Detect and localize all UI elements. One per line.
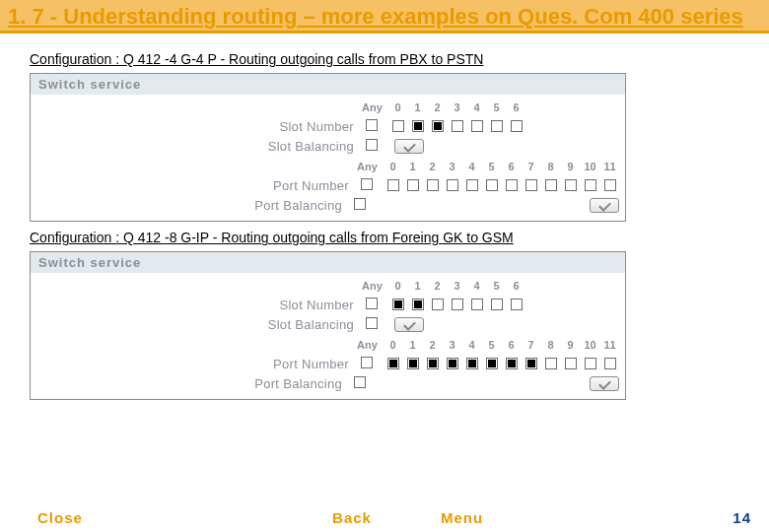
- menu-button[interactable]: Menu: [441, 509, 483, 526]
- p1-port-7-cb[interactable]: [525, 179, 537, 191]
- p1-port-5-cb[interactable]: [486, 179, 498, 191]
- p2-port-any-cb[interactable]: [361, 357, 373, 368]
- p2-port-5-cb[interactable]: [486, 358, 498, 369]
- p2-slotbal-any-cb[interactable]: [366, 317, 378, 329]
- p2-phdr-9: 9: [561, 339, 580, 351]
- panel1-slot-balancing-label: Slot Balancing: [36, 139, 362, 154]
- hdr-0: 0: [388, 101, 407, 113]
- p1-port-balancing-button[interactable]: [590, 198, 619, 213]
- p1-port-11-cb[interactable]: [604, 179, 616, 191]
- p2-hdr-5: 5: [487, 280, 506, 292]
- panel1-slot-number-row: Slot Number: [36, 116, 619, 136]
- p2-portbal-any-cb[interactable]: [354, 376, 366, 388]
- hdr-6: 6: [507, 101, 525, 113]
- p2-slot-balancing-label: Slot Balancing: [36, 317, 362, 332]
- p2-slot-1-cb[interactable]: [412, 299, 424, 310]
- back-button[interactable]: Back: [332, 509, 372, 526]
- p2-port-2-cb[interactable]: [427, 358, 439, 369]
- p2-hdr-3: 3: [448, 280, 466, 292]
- p2-slot-2-cb[interactable]: [432, 299, 444, 310]
- p1-port-0-cb[interactable]: [387, 179, 399, 191]
- p2-port-1-cb[interactable]: [407, 358, 419, 369]
- p2-port-11-cb[interactable]: [604, 358, 616, 369]
- phdr-10: 10: [581, 161, 599, 172]
- p1-port-3-cb[interactable]: [447, 179, 458, 191]
- panel2-slot-balancing-row: Slot Balancing: [36, 314, 619, 334]
- p2-phdr-3: 3: [443, 339, 461, 351]
- p2-port-balancing-button[interactable]: [590, 376, 619, 391]
- p2-port-0-cb[interactable]: [387, 358, 399, 369]
- panel1-port-balancing-cells: [350, 196, 619, 214]
- p1-slot-5-cb[interactable]: [491, 120, 503, 132]
- slide-title: 1. 7 - Understanding routing – more exam…: [8, 4, 761, 29]
- panel1-slot-balancing-cells: [362, 137, 424, 155]
- panel2-slots-header-row: Any 0 1 2 3 4 5 6: [36, 277, 619, 295]
- p2-slot-5-cb[interactable]: [491, 299, 503, 310]
- panel1-port-balancing-label: Port Balancing: [36, 198, 350, 213]
- p1-slot-2-cb[interactable]: [432, 120, 444, 132]
- p1-slot-3-cb[interactable]: [452, 120, 463, 132]
- p1-portbal-any-cb[interactable]: [354, 198, 366, 210]
- p2-port-6-cb[interactable]: [506, 358, 518, 369]
- p1-port-any-cb[interactable]: [361, 178, 373, 190]
- phdr-1: 1: [403, 161, 422, 172]
- p2-port-7-cb[interactable]: [525, 358, 537, 369]
- phdr-0: 0: [384, 161, 402, 172]
- p2-port-3-cb[interactable]: [447, 358, 458, 369]
- p2-phdr-5: 5: [482, 339, 501, 351]
- close-button[interactable]: Close: [37, 509, 83, 526]
- panel1-port-number-row: Port Number: [36, 175, 619, 195]
- panel2-body: Any 0 1 2 3 4 5 6 Slot Number: [31, 273, 625, 399]
- p1-port-4-cb[interactable]: [466, 179, 478, 191]
- slide-title-bar: 1. 7 - Understanding routing – more exam…: [0, 0, 769, 33]
- hdr-3: 3: [448, 101, 466, 113]
- p2-port-10-cb[interactable]: [585, 358, 596, 369]
- p2-phdr-11: 11: [600, 339, 619, 351]
- panel2: Switch service Any 0 1 2 3 4 5 6 Slot Nu…: [30, 251, 626, 400]
- p1-port-9-cb[interactable]: [565, 179, 577, 191]
- phdr-3: 3: [443, 161, 461, 172]
- p2-phdr-2: 2: [423, 339, 442, 351]
- panel1-ports-header-cells: Any 0 1 2 3 4 5 6 7 8 9 10 11: [357, 161, 619, 172]
- config2-caption: Configuration : Q 412 -8 G-IP - Routing …: [30, 230, 739, 245]
- hdr-1: 1: [408, 101, 427, 113]
- p1-slot-0-cb[interactable]: [392, 120, 404, 132]
- p2-slot-balancing-button[interactable]: [394, 317, 424, 332]
- panel2-header: Switch service: [31, 252, 625, 273]
- p1-slot-4-cb[interactable]: [471, 120, 483, 132]
- p2-slot-4-cb[interactable]: [471, 299, 483, 310]
- p2-slot-0-cb[interactable]: [392, 299, 404, 310]
- panel1-slot-balancing-row: Slot Balancing: [36, 136, 619, 156]
- p2-slot-3-cb[interactable]: [452, 299, 463, 310]
- p2-slot-6-cb[interactable]: [511, 299, 523, 310]
- p1-port-10-cb[interactable]: [585, 179, 596, 191]
- panel1: Switch service Any 0 1 2 3 4 5 6 Slot Nu…: [30, 73, 626, 222]
- panel2-port-number-row: Port Number: [36, 354, 619, 373]
- page-number: 14: [733, 509, 751, 526]
- p1-port-6-cb[interactable]: [506, 179, 518, 191]
- hdr-2: 2: [428, 101, 447, 113]
- p2-port-4-cb[interactable]: [466, 358, 478, 369]
- p2-slot-any-cb[interactable]: [366, 298, 378, 309]
- p1-port-8-cb[interactable]: [545, 179, 557, 191]
- p1-slot-6-cb[interactable]: [511, 120, 523, 132]
- panel1-ports-header-row: Any 0 1 2 3 4 5 6 7 8 9 10 11: [36, 158, 619, 175]
- p1-slotbal-any-cb[interactable]: [366, 139, 378, 151]
- p2-port-9-cb[interactable]: [565, 358, 577, 369]
- phdr-5: 5: [482, 161, 501, 172]
- panel2-port-balancing-row: Port Balancing: [36, 373, 619, 393]
- p1-slot-any-cb[interactable]: [366, 119, 378, 131]
- hdr-any: Any: [362, 101, 387, 113]
- panel1-port-number-label: Port Number: [36, 178, 357, 193]
- panel2-ports-header-row: Any 0 1 2 3 4 5 6 7 8 9 10 11: [36, 336, 619, 354]
- panel1-slot-number-label: Slot Number: [36, 119, 362, 134]
- p1-port-2-cb[interactable]: [427, 179, 439, 191]
- p2-hdr-1: 1: [408, 280, 427, 292]
- p1-port-1-cb[interactable]: [407, 179, 419, 191]
- p1-slot-1-cb[interactable]: [412, 120, 424, 132]
- p2-port-8-cb[interactable]: [545, 358, 557, 369]
- p2-port-number-label: Port Number: [36, 357, 357, 371]
- p2-phdr-7: 7: [522, 339, 540, 351]
- p1-slot-balancing-button[interactable]: [394, 139, 424, 154]
- p2-phdr-10: 10: [581, 339, 599, 351]
